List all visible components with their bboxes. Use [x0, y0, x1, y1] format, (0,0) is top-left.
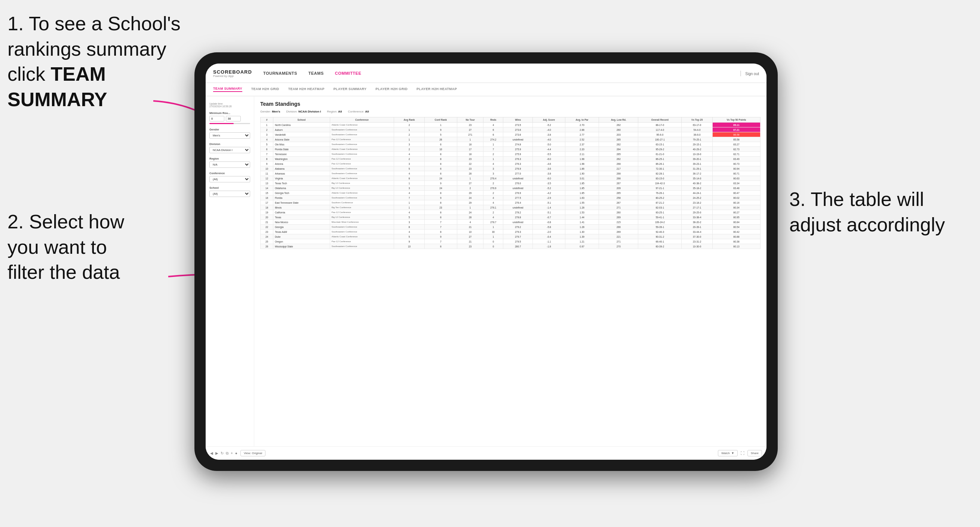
cell-conference: Southeastern Conference — [330, 152, 394, 157]
cell-avg-rank: 4 — [394, 152, 425, 157]
cell-score: -4.0 — [533, 127, 565, 132]
cell-overall: 61-21-0 — [638, 152, 682, 157]
cell-top25: 23-18-2 — [682, 200, 712, 205]
cell-avg-par: 1.44 — [565, 215, 599, 220]
cell-wins: 274.8 — [503, 142, 533, 147]
cell-school: Ole Miss — [273, 142, 330, 147]
cell-avg-rank: 2 — [394, 147, 425, 152]
cell-conf-rank: 5 — [425, 132, 457, 137]
cell-conference: Pac-12 Conference — [330, 239, 394, 244]
sidebar-conference-select[interactable]: (All) — [209, 176, 250, 183]
sub-nav-player-h2h-grid[interactable]: PLAYER H2H GRID — [375, 87, 407, 92]
cell-score: -5.1 — [533, 210, 565, 215]
watch-button[interactable]: Watch ▼ — [718, 450, 737, 456]
table-filters: Gender: Men's Division: NCAA Division I … — [260, 110, 760, 113]
cell-rnds: 0 — [484, 244, 503, 249]
cell-top25: 39-23-1 — [682, 162, 712, 166]
cell-points: 80.02 — [712, 195, 760, 200]
sub-nav-player-summary[interactable]: PLAYER SUMMARY — [334, 87, 367, 92]
cell-wins: 278.8 — [503, 215, 533, 220]
cell-rnds: 4 — [484, 195, 503, 200]
cell-conf-rank: 7 — [425, 220, 457, 225]
cell-avg-rank: 4 — [394, 210, 425, 215]
cell-no-tour: 1 — [457, 137, 483, 142]
cell-top25: 20-39-1 — [682, 225, 712, 230]
cell-wins: 278.2 — [503, 210, 533, 215]
sidebar-gender-label: Gender — [209, 128, 250, 131]
cell-conf-rank: 9 — [425, 127, 457, 132]
filter-gender: Gender: Men's — [260, 110, 280, 113]
cell-school: Virginia — [273, 176, 330, 181]
cell-conf-rank: 23 — [425, 205, 457, 210]
table-row: 8 Washington Pac-12 Conference 2 8 23 1 … — [261, 157, 760, 162]
sign-out-button[interactable]: Sign out — [745, 72, 759, 76]
cell-rank: 16 — [261, 195, 273, 200]
sidebar-school-select[interactable]: (All) — [209, 190, 250, 197]
sidebar-region-select[interactable]: N/A All — [209, 162, 250, 168]
cell-points: 80.95 — [712, 215, 760, 220]
sub-nav-player-h2h-heatmap[interactable]: PLAYER H2H HEATMAP — [417, 87, 457, 92]
cell-no-tour: 28 — [457, 215, 483, 220]
cell-overall: 90-31-2 — [638, 234, 682, 239]
sub-nav-team-summary[interactable]: TEAM SUMMARY — [213, 87, 242, 92]
cell-top25: 40-29-2 — [682, 147, 712, 152]
nav-teams[interactable]: TEAMS — [309, 71, 324, 76]
cell-rnds: 6 — [484, 127, 503, 132]
cell-top25: 79-25-1 — [682, 137, 712, 142]
cell-avg-rank: 9 — [394, 239, 425, 244]
table-row: 21 New Mexico Mountain West Conference 3… — [261, 220, 760, 225]
reload-icon[interactable]: ↻ — [221, 451, 224, 455]
add-icon[interactable]: + — [231, 451, 233, 455]
sidebar-min-row — [209, 116, 250, 121]
view-original-button[interactable]: View: Original — [240, 450, 266, 456]
cell-no-tour: 23 — [457, 122, 483, 127]
cell-school: Oregon — [273, 239, 330, 244]
expand-icon[interactable]: ⛶ — [741, 451, 745, 455]
nav-bar: SCOREBOARD Powered by clippi TOURNAMENTS… — [206, 63, 767, 83]
cell-conf-rank: 8 — [425, 162, 457, 166]
cell-score: -0.8 — [533, 220, 565, 225]
cell-overall: 82-28-1 — [638, 171, 682, 176]
cell-rank: 22 — [261, 225, 273, 230]
sidebar-max-input[interactable] — [226, 116, 241, 121]
nav-committee[interactable]: COMMITTEE — [335, 71, 361, 76]
instruction-2-line3: filter the data — [8, 261, 120, 283]
col-conf-rank: Conf Rank — [425, 117, 457, 122]
nav-tournaments[interactable]: TOURNAMENTS — [263, 71, 297, 76]
sign-out-area: | Sign out — [740, 70, 759, 77]
copy-icon[interactable]: ⧉ — [226, 451, 229, 456]
sidebar-min-input[interactable] — [209, 116, 224, 121]
cell-no-tour: 18 — [457, 142, 483, 147]
cell-no-tour: 17 — [457, 147, 483, 152]
cell-avg-low: 264 — [599, 147, 638, 152]
sidebar-division-select[interactable]: NCAA Division I NCAA Division II NCAA Di… — [209, 147, 250, 153]
cell-avg-rank: 2 — [394, 157, 425, 162]
cell-top25: 35-14-0 — [682, 176, 712, 181]
cell-conf-rank: 8 — [425, 210, 457, 215]
cell-avg-low: 271 — [599, 205, 638, 210]
cell-rnds: 2 — [484, 152, 503, 157]
cell-top25: 36-17-2 — [682, 171, 712, 176]
forward-icon[interactable]: ▶ — [215, 451, 218, 455]
sidebar-gender-select[interactable]: Men's Women's — [209, 132, 250, 139]
sidebar-school-label: School — [209, 186, 250, 189]
back-icon[interactable]: ◀ — [210, 451, 213, 455]
cell-conference: Big 12 Conference — [330, 181, 394, 186]
cell-avg-rank: 4 — [394, 190, 425, 195]
cell-rank: 26 — [261, 244, 273, 249]
slider-bar[interactable] — [209, 123, 250, 124]
cell-avg-rank: 10 — [394, 244, 425, 249]
cell-conference: Southern Conference — [330, 200, 394, 205]
sub-nav-team-h2h-grid[interactable]: TEAM H2H GRID — [251, 87, 279, 92]
cell-avg-par: 1.98 — [565, 157, 599, 162]
sub-nav-team-h2h-heatmap[interactable]: TEAM H2H HEATMAP — [288, 87, 325, 92]
cell-no-tour: 27 — [457, 234, 483, 239]
cell-avg-rank: 2 — [394, 132, 425, 137]
logo-sub: Powered by clippi — [213, 75, 252, 77]
clock-icon[interactable]: ● — [235, 451, 237, 455]
cell-no-tour: 21 — [457, 225, 483, 230]
cell-avg-rank: 5 — [394, 234, 425, 239]
cell-wins: 277.5 — [503, 195, 533, 200]
share-button[interactable]: Share — [748, 450, 762, 456]
cell-conference: Southeastern Conference — [330, 225, 394, 230]
